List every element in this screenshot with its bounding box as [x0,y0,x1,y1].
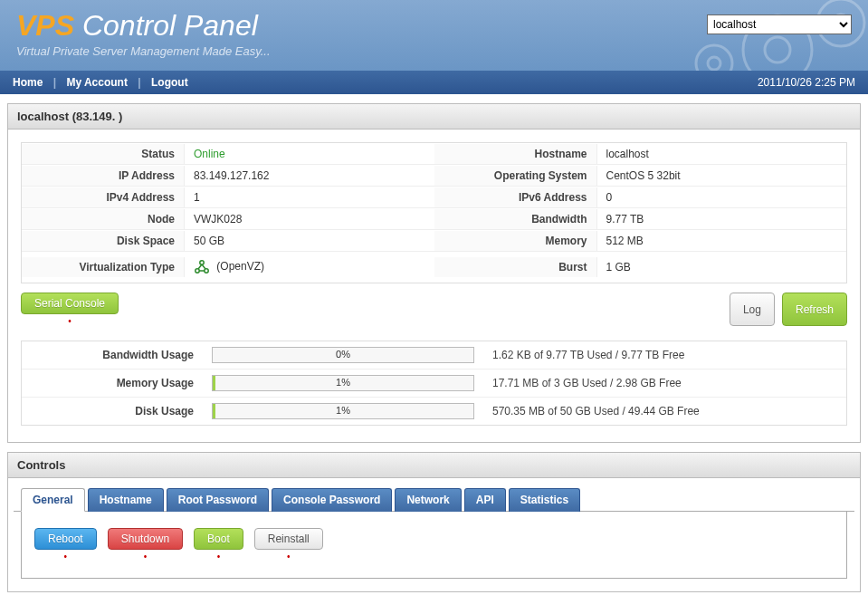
tab-console-password[interactable]: Console Password [272,488,392,512]
openvz-icon [194,259,210,275]
bw-usage-bar: 0% [212,347,474,363]
app-title-vps: VPS [16,9,74,42]
memory-label: Memory [434,231,597,251]
virt-type-text: (OpenVZ) [216,260,264,273]
reinstall-button[interactable]: Reinstall [254,528,323,550]
memory-value: 512 MB [597,231,847,251]
mem-usage-bar: 1% [212,375,474,391]
usage-table: Bandwidth Usage 0% 1.62 KB of 9.77 TB Us… [21,341,847,426]
controls-tabs: General Hostname Root Password Console P… [14,487,854,512]
reboot-button[interactable]: Reboot [34,528,97,550]
status-value: Online [185,144,434,164]
node-label: Node [22,209,185,229]
svg-point-8 [205,269,208,273]
disk-space-value: 50 GB [185,231,434,251]
ipv6-value: 0 [597,187,847,207]
refresh-button[interactable]: Refresh [782,293,847,326]
ipv4-value: 1 [185,187,434,207]
os-value: CentOS 5 32bit [597,166,847,186]
disk-space-label: Disk Space [22,231,185,251]
serial-console-button[interactable]: Serial Console [21,293,119,314]
controls-heading: Controls [8,453,860,478]
mem-usage-pct: 1% [213,377,473,388]
mem-usage-text: 17.71 MB of 3 GB Used / 2.98 GB Free [483,377,846,389]
serial-console-dot: • [68,316,72,326]
controls-panel: Controls General Hostname Root Password … [7,452,861,592]
ipv6-label: IPv6 Address [434,187,597,207]
svg-point-7 [196,269,199,273]
disk-usage-label: Disk Usage [22,405,203,417]
virt-type-label: Virtualization Type [22,257,185,277]
tab-network[interactable]: Network [395,488,461,512]
bw-usage-pct: 0% [213,349,473,360]
server-panel-heading: localhost (83.149. ) [8,104,860,130]
ip-label: IP Address [22,166,185,186]
nav-separator: | [138,76,140,89]
server-info-grid: StatusOnline IP Address83.149.127.162 IP… [21,142,847,283]
app-title-rest: Control Panel [74,9,258,42]
shutdown-dot: • [144,552,148,561]
app-tagline: Virtual Private Server Management Made E… [16,44,852,58]
hostname-value: localhost [597,144,847,164]
ip-value: 83.149.127.162 [185,166,434,186]
nav-datetime: 2011/10/26 2:25 PM [758,76,855,89]
nav-home[interactable]: Home [13,76,43,89]
server-panel: localhost (83.149. ) StatusOnline IP Add… [7,103,861,443]
app-header: VPS Control Panel Virtual Private Server… [0,0,868,71]
status-label: Status [22,144,185,164]
disk-usage-pct: 1% [213,405,473,416]
node-value: VWJK028 [185,209,434,229]
nav-separator: | [53,76,56,89]
reboot-dot: • [64,552,68,561]
tab-api[interactable]: API [464,488,506,512]
bw-usage-text: 1.62 KB of 9.77 TB Used / 9.77 TB Free [483,349,846,361]
bandwidth-label: Bandwidth [434,209,597,229]
disk-usage-text: 570.35 MB of 50 GB Used / 49.44 GB Free [483,405,846,417]
boot-button[interactable]: Boot [194,528,243,550]
bandwidth-value: 9.77 TB [597,209,847,229]
burst-value: 1 GB [597,257,847,277]
shutdown-button[interactable]: Shutdown [108,528,183,550]
ipv4-label: IPv4 Address [22,187,185,207]
main-navbar: Home | My Account | Logout 2011/10/26 2:… [0,71,868,94]
server-button-row: Serial Console • Log Refresh [21,293,847,326]
tab-statistics[interactable]: Statistics [509,488,580,512]
tab-content-general: Reboot • Shutdown • Boot • Reinstall • [21,512,847,579]
tab-general[interactable]: General [21,488,85,512]
server-select-dropdown[interactable]: localhost [707,14,852,34]
svg-point-5 [708,57,720,70]
burst-label: Burst [434,257,597,277]
tab-root-password[interactable]: Root Password [167,488,269,512]
log-button[interactable]: Log [730,293,775,326]
boot-dot: • [217,552,221,561]
os-label: Operating System [434,166,597,186]
svg-point-6 [200,261,204,264]
reinstall-dot: • [287,552,291,561]
nav-logout[interactable]: Logout [151,76,188,89]
tab-hostname[interactable]: Hostname [88,488,164,512]
bw-usage-label: Bandwidth Usage [22,349,203,361]
mem-usage-label: Memory Usage [22,377,203,389]
disk-usage-bar: 1% [212,403,474,419]
virt-type-value: (OpenVZ) [185,255,434,279]
hostname-label: Hostname [434,144,597,164]
nav-my-account[interactable]: My Account [66,76,128,89]
